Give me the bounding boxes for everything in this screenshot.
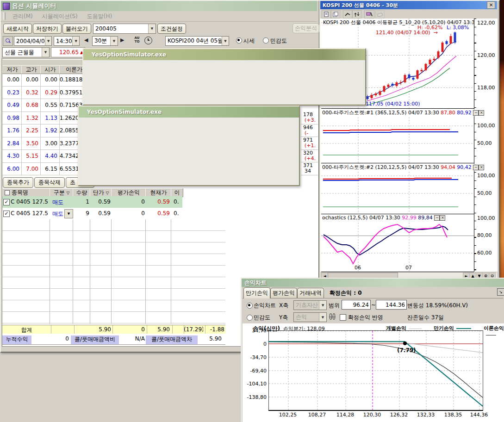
tools-icon[interactable] — [364, 10, 374, 19]
popup-titlebar[interactable]: YesOptionSimulator.exe — [79, 106, 299, 118]
close-icon[interactable]: × — [479, 110, 484, 116]
payoff-chart[interactable] — [268, 330, 483, 411]
date-combo[interactable]: 2004/04/07▼ — [14, 36, 52, 46]
file-combo[interactable]: 200405▼ — [93, 24, 156, 34]
y-axis-combo[interactable]: 손익▼ — [293, 312, 327, 322]
close-icon[interactable]: × — [487, 1, 495, 9]
tab-trade-history[interactable]: 거래내역 — [297, 288, 324, 298]
chain-row[interactable]: 0.230.320.290.379519 — [2, 86, 88, 99]
chevron-down-icon[interactable]: ▼ — [72, 37, 79, 45]
kospi-titlebar[interactable]: KOSPI 200 선물 0406 - 30분 × — [320, 1, 497, 9]
tab-valuation-pl[interactable]: 평가손익 — [270, 288, 297, 298]
simulator-titlebar[interactable]: 옵션 시뮬레이터 — [1, 1, 317, 11]
stochastic1-chart[interactable] — [321, 109, 474, 163]
eraser-icon[interactable] — [375, 10, 385, 19]
brush-icon[interactable] — [343, 10, 352, 19]
stochastic2-chart[interactable] — [321, 163, 474, 214]
holding-qty: 1 — [74, 199, 89, 205]
totals-pl: 0 — [112, 326, 145, 333]
chevron-down-icon[interactable]: ▼ — [319, 301, 326, 310]
future-combo[interactable]: 선물 근월물▼ — [2, 47, 50, 57]
future-price: 120.65 — [59, 49, 79, 56]
step-back-icon[interactable]: ◀ — [84, 37, 88, 43]
chevron-down-icon[interactable]: ▼ — [45, 37, 51, 45]
chevron-down-icon[interactable]: ▼ — [222, 37, 229, 45]
chain-row[interactable]: 0.981.321.131.262069 — [2, 112, 88, 125]
save-button[interactable]: 저장하기 — [33, 24, 62, 34]
chain-row[interactable]: 0.490.680.550.715637 — [2, 99, 88, 112]
menu-manage[interactable]: 관리(M) — [12, 12, 33, 20]
zoom-button[interactable] — [3, 36, 13, 46]
time-combo[interactable]: 14:30▼ — [54, 36, 80, 46]
minimize-icon[interactable]: − — [434, 215, 440, 221]
price-radio[interactable] — [236, 37, 242, 43]
confirmed-pl-checkbox[interactable] — [340, 314, 346, 321]
pl-chart-radio[interactable] — [247, 303, 253, 309]
menu-simulation[interactable]: 시뮬레이션(S) — [42, 12, 78, 20]
instrument-combo[interactable]: KOSPI200 04년 05월▼ — [165, 36, 229, 46]
totals-price: 5.90 — [74, 326, 111, 333]
close-icon[interactable]: × — [479, 165, 484, 170]
copy-chart-icon[interactable] — [331, 10, 340, 19]
y-axis-label: Y축 — [279, 314, 288, 322]
window-title: 옵션 시뮬레이터 — [12, 2, 56, 10]
add-item-button[interactable]: 종목추가 — [3, 177, 33, 188]
chain-row[interactable]: 4.305.154.404.734275 — [2, 149, 88, 163]
chevron-down-icon[interactable]: ▼ — [148, 24, 156, 33]
corner-arrow-icon[interactable]: ↘ — [497, 288, 504, 296]
delete-item-button[interactable]: 종목삭제 — [34, 177, 65, 188]
chain-row[interactable]: 1.762.251.922.085513 — [2, 124, 88, 137]
cumulative-row: 누적수익 0 콜/풋매매금액비 N/A 콜/풋매매금액차 5.90 — [2, 334, 225, 345]
select-all-checkbox[interactable] — [5, 190, 10, 195]
range-to-input[interactable]: 144.36 — [376, 300, 407, 310]
chain-rows: 0.000.000.000.1881830.230.320.290.379519… — [2, 73, 88, 175]
x-axis-combo[interactable]: 기초자산▼ — [293, 300, 327, 310]
holding-price: 0.59 — [91, 199, 111, 205]
chain-cell: 6.00 — [2, 166, 19, 172]
popup-titlebar[interactable]: YesOptionSimulator.exe — [83, 49, 365, 60]
chain-cell: 5.15 — [21, 153, 38, 159]
pl-analysis-button[interactable]: 손익분석 — [292, 24, 319, 33]
minimize-icon[interactable]: − — [473, 165, 479, 170]
tab-expiry-pl[interactable]: 만기손익 — [243, 287, 270, 298]
yesoption-popup-2[interactable]: YesOptionSimulator.exe — [78, 106, 300, 186]
legend-swatch-individual — [409, 329, 422, 329]
side-dropdown[interactable]: ▼ — [64, 209, 73, 218]
auto-icon[interactable]: AUTO — [133, 36, 141, 44]
close-icon[interactable]: × — [440, 215, 445, 221]
clock-icon[interactable] — [144, 37, 152, 44]
interval-combo[interactable]: 30분▼ — [92, 36, 118, 46]
updown-arrows-icon[interactable] — [352, 10, 361, 19]
table-row[interactable]: ✓ C 0405 127.5 매도 ▼ 9 0.59 0 0.59 0. — [2, 208, 182, 220]
restart-button[interactable]: 새로시작 — [3, 24, 32, 34]
magnifier-icon — [6, 38, 11, 43]
chain-row[interactable]: 6.007.006.156.553164 — [2, 162, 88, 176]
minimize-icon[interactable]: − — [473, 110, 479, 116]
table-row[interactable]: ✓ C 0405 127.5 매도 1 0.59 0 0.59 0. — [2, 196, 182, 208]
chain-sliver: 178(+3.946(-971(+1.320(+4.37134 — [301, 111, 318, 176]
stochastics-chart[interactable] — [321, 214, 474, 272]
range-tilde: ~ — [371, 302, 376, 308]
yesoption-popup-1[interactable]: YesOptionSimulator.exe — [82, 48, 366, 106]
chain-row[interactable]: 0.000.000.000.188183 — [2, 73, 88, 87]
load-button[interactable]: 불러오기 — [62, 24, 91, 34]
step-forward-icon[interactable]: ▶ — [120, 37, 124, 43]
menu-help[interactable]: 도움말(H) — [87, 12, 112, 20]
sensitivity-radio[interactable] — [247, 315, 253, 321]
range-from-input[interactable]: 96.24 — [342, 300, 371, 310]
chevron-down-icon[interactable]: ▼ — [42, 48, 49, 57]
holding-current: 0.59 — [147, 210, 170, 217]
row-checkbox[interactable]: ✓ — [3, 199, 10, 205]
chain-row[interactable]: 2.843.503.003.237779 — [2, 137, 88, 150]
holdings-empty-grid — [2, 219, 225, 324]
sensitivity-radio[interactable] — [263, 37, 269, 43]
pl-titlebar[interactable]: 손익차트 — [242, 279, 504, 287]
chevron-down-icon[interactable]: ▼ — [319, 313, 326, 322]
binoculars-icon[interactable] — [329, 313, 336, 320]
new-chart-icon[interactable] — [322, 10, 331, 19]
chevron-down-icon[interactable]: ▼ — [110, 37, 118, 45]
chain-cell: 0.49 — [2, 102, 19, 108]
row-checkbox[interactable]: ✓ — [3, 211, 10, 217]
kospi-window-title: KOSPI 200 선물 0406 - 30분 — [323, 2, 497, 9]
condition-button[interactable]: 조건설정 — [157, 24, 186, 34]
